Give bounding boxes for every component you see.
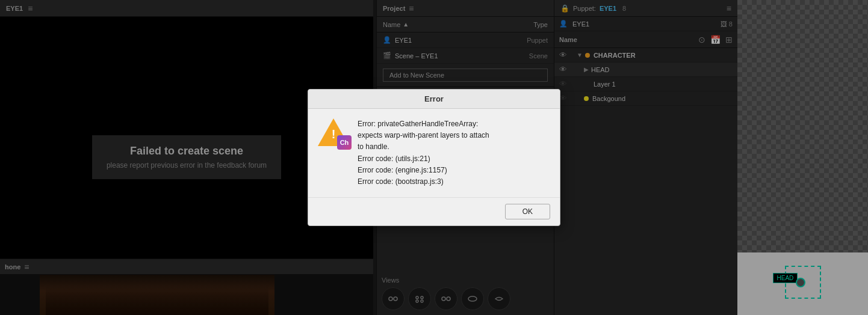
error-text-area: Error: privateGatherHandleTreeArray: exp… [358, 118, 550, 188]
error-message: Error: privateGatherHandleTreeArray: exp… [358, 118, 550, 188]
error-code2: Error code: (engine.js:1157) [358, 166, 447, 174]
ok-button[interactable]: OK [505, 204, 550, 219]
dialog-overlay: Error ! Ch Error: privateGatherHandleTre… [0, 0, 868, 315]
error-line2: expects warp-with-parent layers to attac… [358, 131, 489, 139]
error-code3: Error code: (bootstrap.js:3) [358, 177, 444, 186]
error-line3: to handle. [358, 142, 389, 151]
error-dialog-footer: OK [308, 197, 560, 225]
ch-badge: Ch [337, 135, 352, 150]
error-dialog-titlebar: Error [308, 90, 560, 109]
error-dialog-body: ! Ch Error: privateGatherHandleTreeArray… [308, 109, 560, 197]
warning-exclamation: ! [332, 128, 336, 140]
error-dialog: Error ! Ch Error: privateGatherHandleTre… [308, 89, 560, 226]
error-line1: Error: privateGatherHandleTreeArray: [358, 120, 478, 128]
error-code1: Error code: (utils.js:21) [358, 154, 430, 163]
error-icon-area: ! Ch [318, 118, 349, 150]
warning-icon: ! Ch [318, 118, 349, 150]
